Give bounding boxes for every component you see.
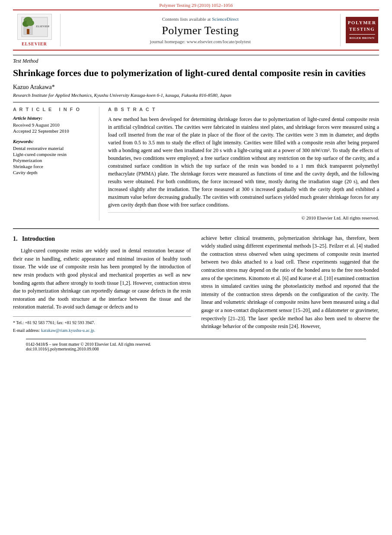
keyword-5: Cavity depth bbox=[13, 170, 93, 175]
science-direct-link[interactable]: ScienceDirect bbox=[212, 16, 239, 22]
footnote-email: E-mail address: karakaw@riam.kyushu-u.ac… bbox=[13, 327, 191, 334]
keyword-2: Light-cured composite resin bbox=[13, 152, 93, 157]
doi-text: doi:10.1016/j.polymertesting.2010.09.008 bbox=[26, 347, 99, 351]
footnote-email-label: E-mail address: bbox=[13, 328, 40, 333]
issn-text: 0142-9418/$ – see front matter © 2010 El… bbox=[26, 342, 151, 347]
svg-text:ELSEVIER: ELSEVIER bbox=[35, 25, 50, 28]
abstract-header: A B S T R A C T bbox=[108, 107, 379, 112]
history-label: Article history: bbox=[13, 115, 93, 121]
svg-rect-5 bbox=[27, 29, 29, 34]
badge-sub: ROGER BROWN bbox=[347, 36, 376, 41]
abstract-col: A B S T R A C T A new method has been de… bbox=[108, 107, 379, 220]
bottom-bar: 0142-9418/$ – see front matter © 2010 El… bbox=[26, 339, 366, 351]
journal-center: Contents lists available at ScienceDirec… bbox=[61, 14, 340, 46]
article-main-title: Shrinkage forces due to polymerization o… bbox=[13, 67, 379, 80]
keyword-1: Dental restorative material bbox=[13, 146, 93, 151]
contents-text: Contents lists available at bbox=[162, 16, 211, 22]
accepted-date: Accepted 22 September 2010 bbox=[13, 128, 93, 134]
journal-title: Polymer Testing bbox=[162, 24, 239, 37]
body-left-col: 1. Introduction Light-cured composite re… bbox=[13, 234, 191, 334]
footnote-tel: * Tel.: +81 92 583 7761; fax: +81 92 593… bbox=[13, 319, 191, 326]
article-type: Test Method bbox=[13, 55, 379, 64]
article-history: Article history: Received 9 August 2010 … bbox=[13, 115, 93, 134]
elsevier-logo: ELSEVIER ELSEVIER bbox=[13, 14, 61, 46]
keyword-4: Shrinkage force bbox=[13, 164, 93, 169]
intro-section-title: 1. Introduction bbox=[13, 234, 191, 244]
article-info-header: A R T I C L E I N F O bbox=[13, 107, 93, 112]
section-number: 1. bbox=[13, 236, 18, 242]
footnote-section: * Tel.: +81 92 583 7761; fax: +81 92 593… bbox=[13, 316, 191, 334]
elsevier-tree-svg: ELSEVIER bbox=[19, 15, 50, 39]
journal-header: ELSEVIER ELSEVIER Contents lists availab… bbox=[13, 10, 379, 51]
contents-available-line: Contents lists available at ScienceDirec… bbox=[162, 16, 239, 22]
journal-homepage: journal homepage: www.elsevier.com/locat… bbox=[150, 39, 251, 44]
body-two-col: 1. Introduction Light-cured composite re… bbox=[13, 234, 379, 334]
badge-line1: POLYMER bbox=[347, 19, 376, 26]
keyword-3: Polymerization bbox=[13, 158, 93, 163]
intro-para2-right: achieve better clinical treatments, poly… bbox=[201, 234, 379, 331]
keywords-label: Keywords: bbox=[13, 139, 93, 144]
abstract-text: A new method has been developed for dete… bbox=[108, 115, 379, 209]
body-right-col: achieve better clinical treatments, poly… bbox=[201, 234, 379, 334]
body-section: 1. Introduction Light-cured composite re… bbox=[13, 228, 379, 334]
journal-reference: Polymer Testing 29 (2010) 1052–1056 bbox=[0, 0, 392, 10]
polymer-badge-box: POLYMER TESTING ROGER BROWN bbox=[346, 17, 378, 44]
affiliation: Research Institute for Applied Mechanics… bbox=[13, 92, 379, 98]
main-content: Test Method Shrinkage forces due to poly… bbox=[13, 51, 379, 351]
keywords-section: Keywords: Dental restorative material Li… bbox=[13, 139, 93, 175]
elsevier-logo-image: ELSEVIER bbox=[17, 14, 52, 40]
info-abstract-section: A R T I C L E I N F O Article history: R… bbox=[13, 102, 379, 220]
elsevier-brand-text: ELSEVIER bbox=[22, 41, 47, 46]
author-name: Kazuo Arakawa* bbox=[13, 84, 379, 91]
received-date: Received 9 August 2010 bbox=[13, 122, 93, 127]
footnote-email-address: karakaw@riam.kyushu-u.ac.jp. bbox=[41, 328, 95, 333]
intro-para1: Light-cured composite resins are widely … bbox=[13, 247, 191, 311]
badge-line2: TESTING bbox=[347, 26, 376, 32]
author-name-text: Kazuo Arakawa* bbox=[13, 84, 55, 90]
journal-ref-text: Polymer Testing 29 (2010) 1052–1056 bbox=[159, 3, 233, 8]
svg-point-4 bbox=[26, 20, 34, 26]
copyright: © 2010 Elsevier Ltd. All rights reserved… bbox=[108, 212, 379, 220]
section-title-text: Introduction bbox=[22, 236, 55, 242]
article-info-col: A R T I C L E I N F O Article history: R… bbox=[13, 107, 99, 220]
polymer-testing-badge: POLYMER TESTING ROGER BROWN bbox=[340, 14, 379, 46]
